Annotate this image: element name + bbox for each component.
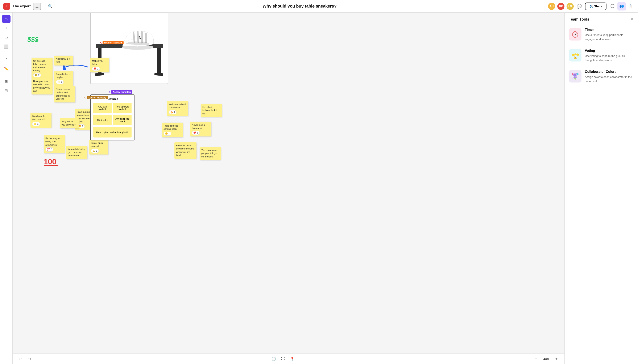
sticky-s14[interactable]: It's called fashion, look it up.	[201, 104, 222, 117]
document-title: Why should you buy table sneakers?	[55, 4, 319, 8]
line-tool[interactable]: /	[2, 55, 11, 64]
svg-rect-3	[95, 73, 104, 76]
cursor-lauren: ↖ Lauren McNeely	[84, 96, 87, 100]
cursor-label-ashley: Ashley Hamilton	[111, 90, 132, 94]
features-grid: Any size available Fold up style availab…	[93, 103, 132, 138]
sticky-s17[interactable]: Feel free to sit down on the table when …	[174, 142, 196, 159]
sticky-s10[interactable]: Be the envy of every one around you 💯 2	[44, 135, 65, 153]
sticky-s3[interactable]: Jump higher... maybe ✨ 1	[54, 71, 73, 86]
app-logo: L	[3, 3, 10, 10]
cursor-label-braden: Braden Packard	[103, 41, 124, 44]
cursor-braden: ↖ Braden Packard	[100, 41, 103, 45]
logo-area: L The expert ☰	[0, 0, 44, 12]
feature-cell-4[interactable]: Any color you want	[113, 115, 132, 125]
svg-text:N: N	[139, 36, 141, 40]
sticky-s8[interactable]: Why wouldn't you buy one?	[60, 118, 79, 128]
draw-tool[interactable]: ✏️	[2, 64, 11, 73]
sticky-s16[interactable]: Never lose a thing again ❤️ 1	[190, 122, 211, 136]
svg-rect-4	[154, 73, 163, 76]
sticky-s11[interactable]: You will definitley get comments about t…	[66, 146, 87, 159]
left-toolbar: ↖ T ▭ ⬜ / ✏️ ⊞ ⊟	[0, 12, 13, 182]
sticky-s2[interactable]: Additional 3-4 feet	[54, 56, 73, 66]
toolbar-divider-2	[3, 75, 10, 75]
sticky-s6[interactable]: Makes you taller ❤️ 2	[90, 58, 109, 72]
app-title: The expert	[13, 4, 31, 8]
sticky-s9[interactable]: Watch out for door frames! 🌟 1	[31, 113, 52, 128]
sticky-s5[interactable]: Have you ever wanted to dunk it? Well no…	[32, 78, 53, 94]
canvas[interactable]: $$$	[13, 12, 319, 182]
shape-tool[interactable]: ▭	[2, 33, 11, 42]
frame-tool[interactable]: ⬜	[2, 42, 11, 51]
select-tool[interactable]: ↖	[2, 15, 11, 23]
cursor-ashley: ↖ Ashley Hamilton	[108, 90, 111, 94]
features-box: Features Any size available Fold up styl…	[90, 94, 135, 140]
text-tool[interactable]: T	[2, 24, 11, 32]
canvas-inner: $$$	[13, 12, 319, 182]
feature-cell-5[interactable]: Wood option available or plastic	[93, 127, 132, 138]
feature-cell-1[interactable]: Any size available	[93, 103, 112, 113]
underline-deco	[44, 165, 58, 166]
grid-tool[interactable]: ⊞	[2, 77, 11, 86]
feature-cell-3[interactable]: Thick soles	[93, 115, 112, 125]
table-sneaker-image: N	[90, 12, 168, 84]
top-bar: L The expert ☰ 🔍 Why should you buy tabl…	[0, 0, 319, 12]
sticky-s1[interactable]: On average taller people make more money…	[32, 58, 53, 79]
sticky-s12[interactable]: Ton of ankle support 🙏 1	[89, 140, 108, 154]
cursor-label-lauren: Lauren McNeely	[87, 96, 108, 99]
sticky-s18[interactable]: You can always put your things on the ta…	[200, 147, 221, 160]
sticky-s4[interactable]: Never have a bad concert experience in y…	[54, 86, 75, 102]
sticky-s13[interactable]: Walk around with confidence 🔥 1	[167, 101, 188, 116]
menu-button[interactable]: ☰	[33, 3, 41, 10]
dollar-signs: $$$	[27, 36, 39, 44]
table-tool[interactable]: ⊟	[2, 86, 11, 95]
feature-cell-2[interactable]: Fold up style available	[113, 103, 132, 113]
svg-rect-2	[157, 48, 161, 75]
search-button[interactable]: 🔍	[46, 2, 55, 10]
sticky-s15[interactable]: Table flip flops coming soon 😁 1	[162, 122, 183, 137]
